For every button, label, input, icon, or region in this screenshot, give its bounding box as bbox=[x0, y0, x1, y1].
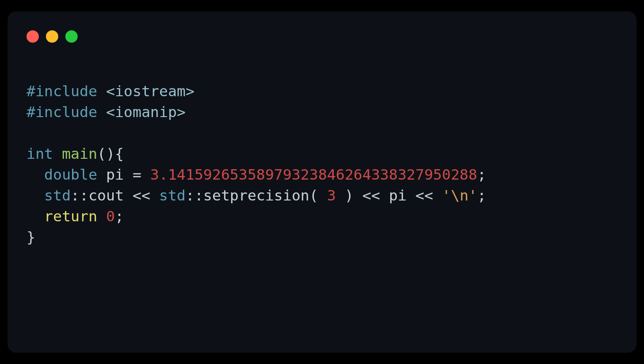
space bbox=[97, 166, 106, 183]
number-literal: 3.14159265358979323846264338327950288 bbox=[150, 166, 477, 183]
semicolon: ; bbox=[477, 166, 486, 183]
paren-open: ( bbox=[309, 187, 318, 204]
preprocessor-directive: #include bbox=[27, 103, 106, 120]
maximize-icon[interactable] bbox=[65, 30, 78, 43]
space bbox=[124, 187, 133, 204]
type-keyword: double bbox=[44, 166, 97, 183]
minimize-icon[interactable] bbox=[46, 30, 58, 43]
include-header: <iostream> bbox=[106, 82, 195, 100]
paren-close: ) bbox=[345, 187, 354, 204]
space bbox=[150, 187, 159, 204]
return-keyword: return bbox=[44, 208, 97, 225]
preprocessor-directive: #include bbox=[27, 82, 106, 100]
function-name: main bbox=[62, 145, 98, 162]
space bbox=[433, 187, 442, 204]
brace-close: } bbox=[27, 228, 36, 246]
semicolon: ; bbox=[477, 187, 486, 204]
code-line: #include <iostream> bbox=[27, 82, 195, 100]
close-icon[interactable] bbox=[27, 30, 39, 43]
indent bbox=[27, 208, 44, 225]
identifier: pi bbox=[389, 187, 406, 204]
operator: << bbox=[133, 187, 150, 204]
namespace: std bbox=[44, 187, 71, 204]
scope-operator: :: bbox=[186, 187, 203, 204]
code-line: double pi = 3.14159265358979323846264338… bbox=[27, 166, 486, 183]
space bbox=[354, 187, 363, 204]
code-window: #include <iostream> #include <iomanip> i… bbox=[8, 11, 636, 353]
include-header: <iomanip> bbox=[106, 103, 186, 120]
scope-operator: :: bbox=[71, 187, 88, 204]
identifier: setprecision bbox=[203, 187, 309, 204]
operator: = bbox=[133, 166, 142, 183]
code-line: int main(){ bbox=[27, 145, 124, 162]
space bbox=[318, 187, 327, 204]
code-line: } bbox=[27, 228, 36, 246]
number-literal: 0 bbox=[106, 208, 115, 225]
indent bbox=[27, 166, 44, 183]
traffic-lights bbox=[27, 30, 617, 43]
operator: << bbox=[415, 187, 433, 204]
indent bbox=[27, 187, 44, 204]
number-literal: 3 bbox=[327, 187, 336, 204]
space bbox=[97, 208, 106, 225]
space bbox=[380, 187, 389, 204]
string-literal: '\n' bbox=[442, 187, 477, 204]
namespace: std bbox=[159, 187, 186, 204]
space bbox=[142, 166, 151, 183]
operator: << bbox=[362, 187, 380, 204]
identifier: cout bbox=[89, 187, 124, 204]
space bbox=[336, 187, 345, 204]
identifier: pi bbox=[106, 166, 124, 183]
punctuation: (){ bbox=[97, 145, 124, 162]
code-line: #include <iomanip> bbox=[27, 103, 186, 120]
code-block: #include <iostream> #include <iomanip> i… bbox=[27, 81, 617, 247]
code-line: return 0; bbox=[27, 208, 124, 225]
space bbox=[407, 187, 416, 204]
code-line: std::cout << std::setprecision( 3 ) << p… bbox=[27, 187, 486, 204]
type-keyword: int bbox=[27, 145, 62, 162]
semicolon: ; bbox=[115, 208, 124, 225]
space bbox=[124, 166, 133, 183]
